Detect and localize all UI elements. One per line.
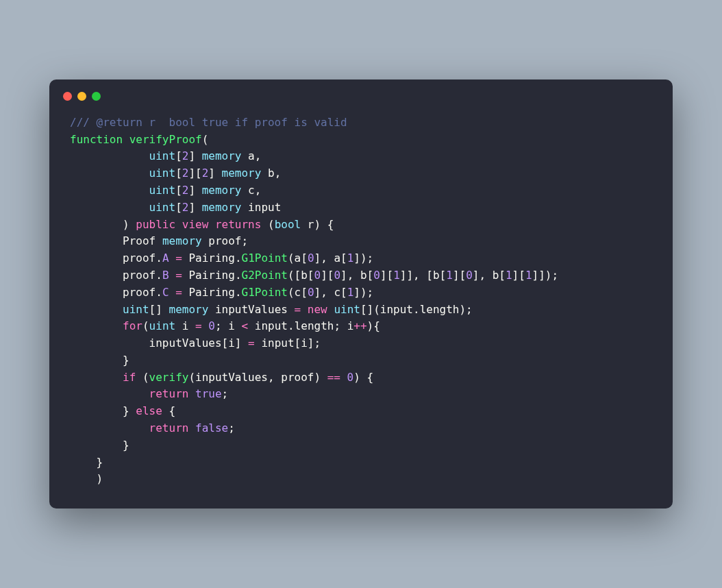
var-name: inputValues: [215, 303, 288, 316]
num: 2: [182, 167, 189, 180]
op-eq: =: [248, 336, 255, 350]
maximize-icon[interactable]: [92, 92, 101, 101]
func-g1: G1Point: [242, 286, 288, 299]
kw-if: if: [123, 371, 136, 384]
kw-new: new: [308, 303, 327, 316]
ident: proof: [281, 371, 314, 384]
type-bool: bool: [275, 218, 301, 231]
ident: input: [255, 319, 288, 332]
num: 0: [347, 371, 354, 384]
op-lt: <: [242, 319, 249, 332]
num: 1: [347, 286, 354, 299]
ident: b: [301, 269, 308, 282]
ident: input: [261, 336, 294, 350]
func-g2: G2Point: [242, 269, 288, 282]
num: 2: [182, 149, 189, 162]
num: 1: [446, 269, 453, 282]
type-uint: uint: [123, 303, 149, 316]
kw-memory: memory: [162, 234, 202, 247]
ident: c: [295, 286, 301, 299]
kw-returns: returns: [215, 218, 261, 231]
kw-for: for: [123, 319, 142, 332]
var-i: i: [347, 319, 354, 332]
type-uint: uint: [149, 319, 176, 332]
var-i: i: [228, 336, 235, 350]
ident: Pairing: [188, 269, 234, 282]
ident: Pairing: [188, 252, 234, 265]
val-false: false: [195, 421, 228, 434]
num: 2: [182, 184, 189, 197]
type-uint: uint: [149, 149, 176, 162]
ident: proof: [123, 269, 155, 282]
type-uint: uint: [149, 167, 176, 180]
kw-memory: memory: [169, 303, 209, 316]
ident: proof: [123, 286, 155, 299]
window-titlebar: [49, 79, 673, 108]
param-name: a: [248, 149, 255, 162]
func-name: verifyProof: [129, 133, 202, 146]
num: 0: [373, 269, 380, 282]
type-uint: uint: [149, 201, 176, 214]
op-eq: =: [295, 303, 301, 316]
param-name: input: [248, 201, 281, 214]
func-verify: verify: [149, 371, 189, 384]
type-proof: Proof: [123, 234, 155, 247]
var-i: i: [182, 319, 189, 332]
num: 0: [466, 269, 473, 282]
val-true: true: [195, 387, 222, 400]
ident: inputValues: [195, 371, 268, 384]
minimize-icon[interactable]: [77, 92, 86, 101]
ret-name: r: [308, 218, 314, 231]
kw-memory: memory: [202, 149, 242, 162]
kw-memory: memory: [202, 201, 242, 214]
code-comment: /// @return r bool true if proof is vali…: [70, 116, 347, 129]
code-window: /// @return r bool true if proof is vali…: [49, 79, 673, 509]
type-uint: uint: [334, 303, 360, 316]
kw-memory: memory: [222, 167, 262, 180]
num: 1: [347, 252, 354, 265]
num: 2: [182, 201, 189, 214]
op-eq: =: [175, 252, 182, 265]
ident: b: [360, 269, 367, 282]
op-inc: ++: [353, 319, 366, 332]
type-uint: uint: [149, 184, 176, 197]
close-icon[interactable]: [63, 92, 72, 101]
ident: input: [380, 303, 413, 316]
num: 1: [393, 269, 400, 282]
dot: .: [155, 252, 162, 265]
kw-else: else: [136, 404, 162, 417]
prop-length: length: [295, 319, 334, 332]
kw-public: public: [136, 218, 175, 231]
func-g1: G1Point: [242, 252, 288, 265]
num: 0: [314, 269, 321, 282]
ident: c: [334, 286, 340, 299]
prop-c: C: [162, 286, 169, 299]
var-i: i: [228, 319, 235, 332]
kw-return: return: [149, 387, 189, 400]
ident: a: [334, 252, 340, 265]
num: 0: [308, 286, 314, 299]
kw-view: view: [182, 218, 209, 231]
kw-memory: memory: [202, 184, 242, 197]
num: 0: [334, 269, 340, 282]
ident: b: [433, 269, 440, 282]
op-eq: =: [195, 319, 202, 332]
num: 2: [202, 167, 209, 180]
num: 1: [506, 269, 512, 282]
ident: b: [493, 269, 499, 282]
paren-open: (: [202, 133, 209, 146]
code-block: /// @return r bool true if proof is vali…: [49, 108, 673, 509]
prop-a: A: [162, 252, 169, 265]
kw-return: return: [149, 421, 189, 434]
ident: proof: [123, 252, 155, 265]
prop-length: length: [420, 303, 460, 316]
prop-b: B: [162, 269, 169, 282]
num: 0: [308, 252, 314, 265]
ident: a: [295, 252, 301, 265]
kw-function: function: [70, 133, 123, 146]
param-name: b: [268, 167, 275, 180]
ident: inputValues: [149, 336, 222, 350]
op-eqeq: ==: [327, 371, 340, 384]
op-eq: =: [175, 269, 182, 282]
num: 0: [208, 319, 215, 332]
